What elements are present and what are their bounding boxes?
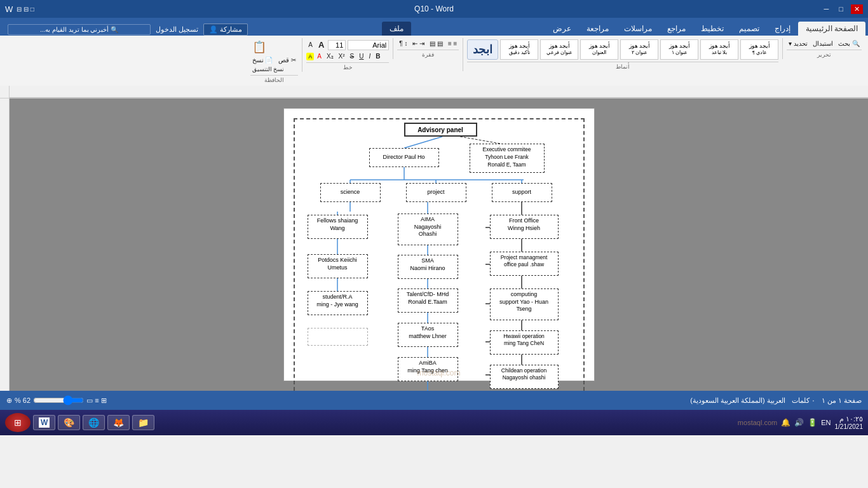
grow-font-btn[interactable]: A [316,39,326,50]
zoom-controls[interactable]: ⊞ ≡ ▭ 62 % ⊕ [6,395,107,405]
node-support: support [492,183,552,202]
cut-btn[interactable]: ✂ قص [276,56,298,64]
system-menu[interactable]: ⊟ ⊟ □ [17,6,34,13]
taskbar-color[interactable]: 🎨 [58,415,80,430]
document-canvas[interactable]: Advisory panel Director Paul Ho Executiv… [10,98,868,391]
shrink-font-btn[interactable]: A [306,41,315,49]
date: 1/21/2021 [835,423,864,430]
font-color-btn[interactable]: A [315,52,323,60]
node-project: project [406,183,466,202]
node-science: science [320,183,381,202]
tab-insert[interactable]: إدراج [767,22,798,36]
bold-btn[interactable]: B [374,52,382,60]
word-count: ٠ كلمات [792,396,815,405]
node-computing: computingsupport Yao - HuanTseng [490,288,559,320]
close-btn[interactable]: ✕ [851,4,863,14]
paste-btn[interactable]: 📋 [250,39,268,55]
tab-review[interactable]: مراجعة [579,22,616,36]
tab-view[interactable]: عرض [545,22,579,36]
language-indicator[interactable]: العربية (المملكة العربية السعودية) [690,396,785,405]
style-title[interactable]: أيجد هوزالعنوان [580,39,618,60]
underline-btn[interactable]: U [357,52,365,60]
bullets-btn[interactable]: ≡ ≡ [446,39,459,48]
node-hwawii: Hwawii operationming Tang CheN [490,330,559,355]
window-controls[interactable]: ─ □ ✕ [822,4,863,14]
title-bar-controls[interactable]: W ⊟ ⊟ □ [5,4,34,14]
svg-rect-0 [10,86,868,97]
style-h2[interactable]: أيجد هوزعنوان ٢ [620,39,658,60]
tab-mailings[interactable]: مراسلات [616,22,660,36]
side-ruler-corner [0,86,10,98]
node-student: student/R.Aming - Jye wang [308,291,368,315]
taskbar-explorer[interactable]: 📁 [132,415,154,430]
share-btn[interactable]: مشاركة 👤 [203,24,248,36]
italic-btn[interactable]: I [367,52,372,60]
taskbar: ⊞ W 🎨 🌐 🦊 📁 mostaql.com 🔔 🔊 🔋 EN ١٠:٢٥ م… [0,410,868,435]
node-potdocs: Potdocs KeiichiUmetus [308,254,368,278]
format-painter-btn[interactable]: نسخ التنسيق [250,65,287,73]
strikethrough-btn[interactable]: S [348,52,356,60]
tab-references[interactable]: مراجع [660,22,693,36]
node-amiba: AmiBAming Tang chen [398,357,458,381]
word-icon: W [5,4,13,14]
subscript-btn[interactable]: X₂ [325,52,336,60]
replace-btn[interactable]: استبدال [811,39,835,48]
node-frontoffice: Front OfficeWinng Hsieh [490,215,559,239]
vertical-ruler [0,98,10,391]
sort-btn[interactable]: ↕ ¶ [397,39,409,48]
tab-layout[interactable]: تخطيط [693,22,731,36]
select-btn[interactable]: تحديد ▾ [787,39,810,48]
tab-design[interactable]: تصميم [731,22,767,36]
align-btn[interactable]: ▤ ▤ [428,39,445,48]
editing-label: تحرير [787,50,862,58]
notification-icon[interactable]: 🔔 [781,418,790,427]
ribbon-editing-group: 🔍 بحث استبدال تحديد ▾ تحرير [782,38,865,59]
minimize-btn[interactable]: ─ [822,5,832,13]
document-page: Advisory panel Director Paul Ho Executiv… [283,108,595,381]
zoom-slider[interactable] [33,395,84,405]
tab-homepage[interactable]: الصفحة الرئيسية [798,22,865,36]
find-btn[interactable]: 🔍 بحث [836,39,862,48]
style-emphasis[interactable]: أيجد هوزتأكيد دقيق [500,39,538,60]
signin-btn[interactable]: تسجيل الدخول [156,25,198,34]
battery-icon: 🔋 [808,418,817,427]
node-projmgmt: Project managmentoffice paul .shaw [490,252,559,276]
node-fellows: Fellows shaiangWang [308,215,368,239]
taskbar-chrome[interactable]: 🌐 [83,415,105,430]
style-h1[interactable]: أيجد هوزعنوان ١ [660,39,698,60]
font-size-input[interactable] [328,40,346,50]
font-name-input[interactable] [348,40,389,50]
main-area: Advisory panel Director Paul Ho Executiv… [0,98,868,391]
taskbar-word[interactable]: W [33,415,55,430]
zoom-in-btn[interactable]: ⊕ [6,396,12,405]
paragraph-label: فقرة [397,50,459,58]
node-extra [308,328,368,346]
copy-btn[interactable]: 📄 نسخ [250,56,275,64]
ribbon-paragraph-group: ≡ ≡ ▤ ▤ ⇥ ⇤ ↕ ¶ فقرة [393,38,463,59]
ruler-area [0,86,868,98]
node-alma: AIMANagayoshiOhashi [398,214,458,245]
style-subtitle[interactable]: أيجد هوزعنوان فرعي [540,39,578,60]
maximize-btn[interactable]: □ [836,5,846,13]
volume-icon[interactable]: 🔊 [794,418,804,427]
font-label: خط [306,62,389,71]
start-button[interactable]: ⊞ [5,413,31,432]
tab-file[interactable]: ملف [382,22,411,36]
clock[interactable]: ١٠:٢٥ م 1/21/2021 [835,415,864,430]
taskbar-left: ⊞ W 🎨 🌐 🦊 📁 [5,413,154,432]
taskbar-firefox[interactable]: 🦊 [107,415,130,430]
ask-cortana[interactable]: 🔍 أخبرني بما تريد القيام به... [8,24,151,35]
title-bar: W ⊟ ⊟ □ Q10 - Word ─ □ ✕ [0,0,868,18]
superscript-btn[interactable]: X² [337,52,347,60]
zoom-level: 62 % [15,396,31,404]
style-nospace[interactable]: أيجد هوزبلا تباعد [700,39,738,60]
style-normal[interactable]: أيجد هوزعادي ¶ [740,39,778,60]
node-sma: SMANaomi Hirano [398,255,458,279]
indent-btn[interactable]: ⇥ ⇤ [410,39,426,48]
view-modes[interactable]: ⊞ ≡ ▭ [86,396,107,405]
node-director: Director Paul Ho [369,148,439,167]
language-icon[interactable]: EN [821,419,831,426]
highlight-btn[interactable]: A [306,53,314,60]
style-abcd[interactable]: ابجد [467,39,498,60]
page-count: صفحة ١ من ١ [822,396,862,405]
